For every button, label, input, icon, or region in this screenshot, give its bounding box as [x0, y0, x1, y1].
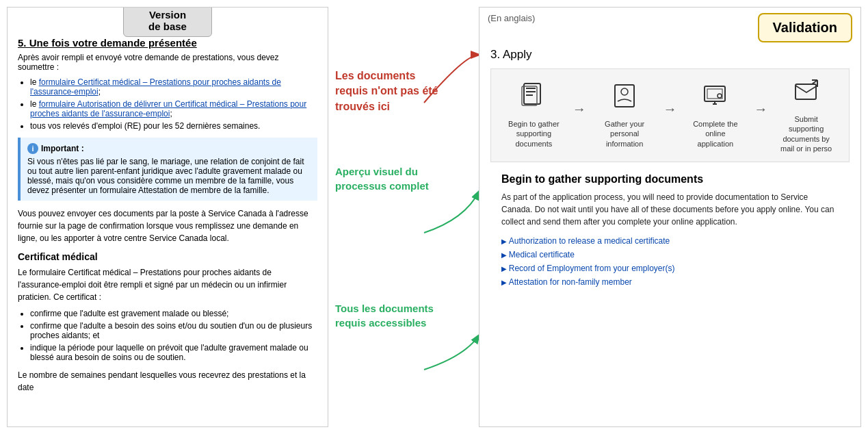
- svg-rect-3: [526, 94, 533, 96]
- right-panel: (En anglais) Validation 3. Apply: [479, 7, 861, 427]
- validation-badge: Validation: [758, 13, 852, 42]
- doc-link-attestation[interactable]: Attestation for non-family member: [501, 277, 839, 287]
- doc-item-2: le formulaire Autorisation de délivrer u…: [30, 99, 317, 118]
- gather-desc: As part of the application process, you …: [501, 191, 839, 228]
- arrow-3: →: [754, 101, 767, 117]
- doc-link-2[interactable]: formulaire Autorisation de délivrer un C…: [30, 99, 306, 118]
- important-box: i Important : Si vous n'êtes pas lié par…: [18, 138, 317, 201]
- doc-links-list: Authorization to release a medical certi…: [501, 236, 839, 287]
- apply-title: 3. Apply: [490, 48, 850, 62]
- important-title: Important :: [41, 144, 84, 153]
- doc-list: le formulaire Certificat médical – Prest…: [30, 77, 317, 131]
- step-4: Submitsupportingdocuments bymail or in p…: [770, 77, 842, 153]
- en-anglais-label: (En anglais): [488, 13, 535, 23]
- certif-item-3: indique la période pour laquelle on prév…: [30, 343, 317, 362]
- certif-item-2: confirme que l'adulte a besoin des soins…: [30, 321, 317, 340]
- intro-text: Après avoir rempli et envoyé votre deman…: [18, 53, 317, 72]
- arrow-2: →: [663, 101, 677, 117]
- arrow-1: →: [573, 101, 586, 117]
- service-canada-link[interactable]: Service Canada: [208, 209, 266, 218]
- step-3: Complete theonlineapplication: [680, 82, 752, 149]
- doc-link-medical-a[interactable]: Medical certificate: [509, 250, 575, 259]
- doc-link-auth[interactable]: Authorization to release a medical certi…: [501, 236, 839, 246]
- steps-bar: Begin to gathersupportingdocuments → Gat…: [490, 68, 850, 162]
- annotation-green-bottom: Tous les documentsrequis accessibles: [335, 301, 465, 330]
- doc-link-1[interactable]: formulaire Certificat médical – Prestati…: [30, 77, 281, 97]
- step-1-icon: [520, 82, 547, 115]
- gather-title: Begin to gather supporting documents: [501, 173, 839, 186]
- doc-item-1: le formulaire Certificat médical – Prest…: [30, 77, 317, 97]
- step-4-icon: [793, 77, 820, 110]
- svg-point-9: [718, 94, 722, 98]
- doc-item-3: tous vos relevés d'emploi (RE) pour les …: [30, 121, 317, 131]
- certif-link[interactable]: formulaire Certificat médical – Prestati…: [18, 268, 272, 290]
- certif-list: confirme que l'adulte est gravement mala…: [30, 309, 317, 362]
- svg-point-6: [621, 88, 628, 95]
- footer-text: Le nombre de semaines pendant lesquelles…: [18, 369, 317, 394]
- doc-link-attestation-a[interactable]: Attestation for non-family member: [509, 277, 632, 287]
- step-2-label: Gather yourpersonalinformation: [605, 119, 644, 149]
- step-3-label: Complete theonlineapplication: [693, 119, 737, 149]
- doc-link-roe-a[interactable]: Record of Employment from your employer(…: [509, 264, 675, 273]
- apply-section: 3. Apply Begin to gathersupportingdocume…: [479, 42, 860, 296]
- right-top-bar: (En anglais) Validation: [479, 8, 860, 42]
- step-1-label: Begin to gathersupportingdocuments: [508, 119, 560, 149]
- section-title: 5. Une fois votre demande présentée: [18, 37, 317, 49]
- step-3-icon: [702, 82, 729, 115]
- doc-link-roe[interactable]: Record of Employment from your employer(…: [501, 264, 839, 273]
- left-panel: Versionde base 5. Une fois votre demande…: [7, 7, 328, 427]
- certif-title: Certificat médical: [18, 251, 317, 262]
- step-2: Gather yourpersonalinformation: [589, 82, 661, 149]
- gather-section: Begin to gather supporting documents As …: [490, 173, 850, 287]
- svg-rect-2: [526, 91, 536, 92]
- step-4-label: Submitsupportingdocuments bymail or in p…: [780, 114, 832, 153]
- svg-rect-1: [526, 88, 536, 89]
- doc-link-medical[interactable]: Medical certificate: [501, 250, 839, 259]
- certif-item-1: confirme que l'adulte est gravement mala…: [30, 309, 317, 318]
- certif-text: Le formulaire Certificat médical – Prest…: [18, 266, 317, 303]
- important-text: Si vous n'êtes pas lié par le sang, le m…: [27, 157, 311, 195]
- version-badge: Versionde base: [123, 7, 212, 37]
- doc-link-auth-a[interactable]: Authorization to release a medical certi…: [509, 236, 670, 246]
- info-icon: i: [27, 143, 38, 154]
- step-1: Begin to gathersupportingdocuments: [498, 82, 570, 149]
- centre-link[interactable]: centre Service Canada: [124, 233, 207, 243]
- step-2-icon: [611, 82, 638, 115]
- mail-text: Vous pouvez envoyer ces documents par la…: [18, 207, 317, 244]
- attestation-link[interactable]: formulaire Attestation de membre de la f…: [100, 186, 267, 195]
